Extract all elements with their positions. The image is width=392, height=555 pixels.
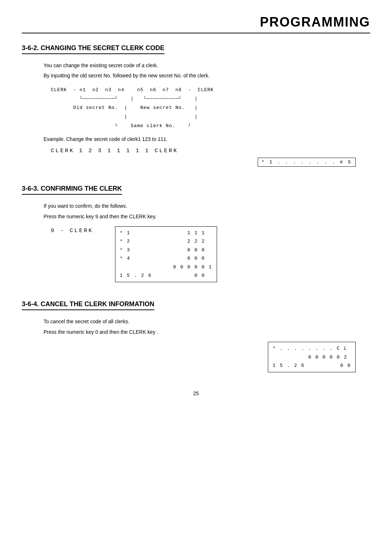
section-322-title: 3-6-2. CHANGING THE SECRET CLERK CODE — [22, 44, 164, 54]
section-323: 3-6-3. CONFIRMING THE CLERK If you want … — [22, 185, 370, 282]
example-block: CLERK 1 2 3 1 1 1 1 1 CLERK * 1 . . . . … — [44, 148, 370, 167]
section-324-text1: To cancel the secret code of all clerks. — [44, 317, 370, 325]
section-323-text2: Press the numeric key 9 and then the CLE… — [44, 212, 370, 220]
diagram-line4: | | — [51, 113, 370, 122]
confirm-layout: 9 - CLERK * 1 1 1 1 * 2 2 2 2 * 3 0 0 0 … — [44, 226, 370, 282]
section-322-text1: You can change the existing secret code … — [44, 61, 370, 69]
section-323-body: If you want to confirm, do the follows. … — [22, 202, 370, 282]
section624-display: * . . . . . . . . C L 0 0 0 0 0 2 1 5 . … — [268, 342, 356, 372]
example-text: Example. Change the secret code of clerk… — [44, 136, 370, 142]
page-number: 25 — [22, 390, 370, 396]
page-header: PROGRAMMING — [22, 15, 370, 30]
section-324-body: To cancel the secret code of all clerks.… — [22, 317, 370, 372]
section623-display: * 1 1 1 1 * 2 2 2 2 * 3 0 0 0 * 4 0 0 0 … — [115, 226, 217, 282]
section-322: 3-6-2. CHANGING THE SECRET CLERK CODE Yo… — [22, 44, 370, 167]
diagram-line3: Old secret No. | New secret No. | — [51, 104, 370, 113]
confirm-sequence: 9 - CLERK — [44, 228, 93, 234]
section-324: 3-6-4. CANCEL THE CLERK INFORMATION To c… — [22, 300, 370, 372]
cancel-block: * . . . . . . . . C L 0 0 0 0 0 2 1 5 . … — [44, 342, 370, 372]
clerk-diagram: CLERK - n1 n2 n3 n4 n5 n6 n7 n8 - CLERK … — [51, 86, 370, 130]
section622-display: * 1 . . . . . . . . # S — [258, 158, 356, 167]
section-324-text2: Press the numeric key 0 and then the CLE… — [44, 328, 370, 336]
page-title: PROGRAMMING — [260, 15, 370, 30]
section-323-title: 3-6-3. CONFIRMING THE CLERK — [22, 185, 122, 195]
section-324-title: 3-6-4. CANCEL THE CLERK INFORMATION — [22, 300, 154, 310]
section-322-body: You can change the existing secret code … — [22, 61, 370, 167]
header-divider — [22, 33, 370, 33]
diagram-line2: └──────────┘ | └──────────┘ | — [51, 94, 370, 104]
example-sequence: CLERK 1 2 3 1 1 1 1 1 CLERK — [51, 148, 370, 154]
section-322-text2: By inputting the old secret No. followed… — [44, 72, 370, 80]
diagram-line5: └ Same clerk No. ┘ — [51, 122, 370, 131]
diagram-line1: CLERK - n1 n2 n3 n4 n5 n6 n7 n8 - CLERK — [51, 86, 370, 95]
section-323-text1: If you want to confirm, do the follows. — [44, 202, 370, 210]
